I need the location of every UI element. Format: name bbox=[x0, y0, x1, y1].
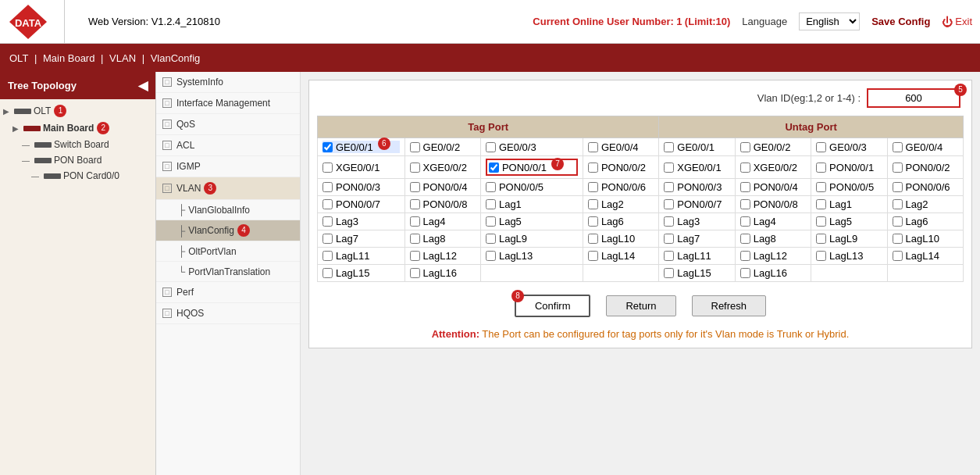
untag-lagl14-cb[interactable] bbox=[893, 251, 903, 261]
untag-port-header: Untag Port bbox=[659, 116, 964, 138]
tag-lag4-cb[interactable] bbox=[410, 216, 420, 227]
submenu-port-vlan-trans[interactable]: └ PortVlanTranslation bbox=[156, 262, 300, 282]
menu-system-info[interactable]: □ SystemInfo bbox=[156, 72, 300, 93]
submenu-vlan-global[interactable]: ├ VlanGlobalInfo bbox=[156, 200, 300, 220]
untag-pon003-cb[interactable] bbox=[664, 182, 674, 192]
tag-lagl13-cb[interactable] bbox=[486, 251, 496, 261]
untag-lagl15-cb[interactable] bbox=[664, 268, 674, 278]
tag-pon005-cb[interactable] bbox=[486, 182, 496, 192]
tag-xge002-cb[interactable] bbox=[410, 162, 420, 173]
untag-xge002-cb[interactable] bbox=[740, 162, 750, 173]
tag-lag6-cb[interactable] bbox=[588, 216, 598, 227]
refresh-button[interactable]: Refresh bbox=[692, 295, 767, 316]
tag-pon007-cb[interactable] bbox=[323, 199, 333, 209]
untag-lag4-cb[interactable] bbox=[740, 216, 750, 227]
tag-ge003-cb[interactable] bbox=[486, 142, 496, 152]
sidebar-header[interactable]: Tree Topology ◀ bbox=[0, 72, 155, 99]
untag-pon001-cb[interactable] bbox=[816, 162, 826, 173]
tag-port-header: Tag Port bbox=[318, 116, 659, 138]
tag-lag7-cb[interactable] bbox=[323, 234, 333, 244]
menu-acl[interactable]: □ ACL bbox=[156, 135, 300, 156]
menu-perf[interactable]: □ Perf bbox=[156, 282, 300, 303]
tag-lagl11-cb[interactable] bbox=[323, 251, 333, 261]
tag-ge004-cb[interactable] bbox=[588, 142, 598, 152]
sidebar-item-pon-board[interactable]: — PON Board bbox=[0, 152, 155, 168]
sidebar-item-main-board[interactable]: ▶ Main Board 2 bbox=[0, 120, 155, 137]
header-right: Current Online User Number: 1 (Limit:10)… bbox=[533, 12, 972, 30]
tag-pon008-cb[interactable] bbox=[410, 199, 420, 209]
menu-icon-interface: □ bbox=[162, 98, 172, 108]
tag-lagl16-cb[interactable] bbox=[410, 268, 420, 278]
tag-lag8-cb[interactable] bbox=[410, 234, 420, 244]
tree-branch-icon4: └ bbox=[178, 266, 185, 277]
return-button[interactable]: Return bbox=[606, 295, 675, 316]
tag-ge002-cb[interactable] bbox=[410, 142, 420, 152]
untag-lag8-cb[interactable] bbox=[740, 234, 750, 244]
tag-xge001-cb[interactable] bbox=[323, 162, 333, 173]
tag-lagl14-cb[interactable] bbox=[588, 251, 598, 261]
untag-pon008-cb[interactable] bbox=[740, 199, 750, 209]
untag-ge004-cb[interactable] bbox=[893, 142, 903, 152]
untag-lagl12-cb[interactable] bbox=[740, 251, 750, 261]
untag-lagl16-cb[interactable] bbox=[740, 268, 750, 278]
menu-vlan[interactable]: □ VLAN 3 bbox=[156, 177, 300, 200]
untag-lagl13-cb[interactable] bbox=[816, 251, 826, 261]
untag-xge001-cb[interactable] bbox=[664, 162, 674, 173]
vlan-id-input[interactable] bbox=[867, 88, 960, 108]
untag-lagl9-cb[interactable] bbox=[816, 234, 826, 244]
save-config-link[interactable]: Save Config bbox=[871, 16, 930, 27]
tag-pon006-cb[interactable] bbox=[588, 182, 598, 192]
tag-lag2-cb[interactable] bbox=[588, 199, 598, 209]
sidebar-tree: ▶ OLT 1 ▶ Main Board 2 — Switch Board — bbox=[0, 99, 155, 187]
submenu-vlan-config[interactable]: ├ VlanConfig 4 bbox=[156, 220, 300, 241]
tag-lagl12-cb[interactable] bbox=[410, 251, 420, 261]
menu-icon-vlan: □ bbox=[162, 184, 172, 193]
untag-pon005-cb[interactable] bbox=[816, 182, 826, 192]
sidebar-item-switch-board[interactable]: — Switch Board bbox=[0, 137, 155, 152]
tag-pon003-cb[interactable] bbox=[323, 182, 333, 192]
untag-pon002-cb[interactable] bbox=[893, 162, 903, 173]
untag-lag3-cb[interactable] bbox=[664, 216, 674, 227]
dash-icon-sb: — bbox=[22, 141, 30, 149]
menu-icon-system: □ bbox=[162, 77, 172, 87]
tag-lag1-cb[interactable] bbox=[486, 199, 496, 209]
submenu-olt-port-vlan[interactable]: ├ OltPortVlan bbox=[156, 241, 300, 262]
exit-button[interactable]: ⏻ Exit bbox=[942, 16, 972, 28]
menu-hqos[interactable]: □ HQOS bbox=[156, 303, 300, 324]
untag-lag1-cb[interactable] bbox=[816, 199, 826, 209]
tag-pon002-cb[interactable] bbox=[588, 162, 598, 173]
menu-interface-mgmt[interactable]: □ Interface Management bbox=[156, 93, 300, 114]
tag-lag3-cb[interactable] bbox=[323, 216, 333, 227]
untag-lag7-cb[interactable] bbox=[664, 234, 674, 244]
sidebar-item-pon-card[interactable]: — PON Card0/0 bbox=[0, 168, 155, 184]
tag-pon001-cb[interactable] bbox=[489, 162, 499, 173]
tag-lagl15-cb[interactable] bbox=[323, 268, 333, 278]
tag-ge001-cell: GE0/0/1 6 bbox=[323, 141, 400, 153]
untag-pon004-cb[interactable] bbox=[740, 182, 750, 192]
menu-label-system: SystemInfo bbox=[176, 77, 223, 88]
language-select[interactable]: English Chinese bbox=[799, 12, 860, 30]
table-row: LagL15 LagL16 LagL15 LagL16 bbox=[318, 265, 964, 282]
tag-lag5-cb[interactable] bbox=[486, 216, 496, 227]
online-info: Current Online User Number: 1 (Limit:10) bbox=[533, 16, 730, 27]
untag-lag6-cb[interactable] bbox=[893, 216, 903, 227]
sidebar-toggle-icon[interactable]: ◀ bbox=[138, 78, 148, 93]
sidebar-item-olt[interactable]: ▶ OLT 1 bbox=[0, 102, 155, 120]
untag-lagl10-cb[interactable] bbox=[893, 234, 903, 244]
untag-ge002-cb[interactable] bbox=[740, 142, 750, 152]
untag-lag5-cb[interactable] bbox=[816, 216, 826, 227]
untag-pon006-cb[interactable] bbox=[893, 182, 903, 192]
untag-lag2-cb[interactable] bbox=[893, 199, 903, 209]
untag-pon007-cb[interactable] bbox=[664, 199, 674, 209]
menu-igmp[interactable]: □ IGMP bbox=[156, 156, 300, 177]
tag-lagl10-cb[interactable] bbox=[588, 234, 598, 244]
tag-pon004-cb[interactable] bbox=[410, 182, 420, 192]
tag-ge001-checkbox[interactable] bbox=[323, 142, 333, 152]
untag-lagl11-cb[interactable] bbox=[664, 251, 674, 261]
tag-lagl9-cb[interactable] bbox=[486, 234, 496, 244]
expand-icon-mb: ▶ bbox=[12, 124, 19, 133]
confirm-button[interactable]: Confirm bbox=[515, 295, 591, 317]
untag-ge001-cb[interactable] bbox=[664, 142, 674, 152]
untag-ge003-cb[interactable] bbox=[816, 142, 826, 152]
menu-qos[interactable]: □ QoS bbox=[156, 114, 300, 135]
